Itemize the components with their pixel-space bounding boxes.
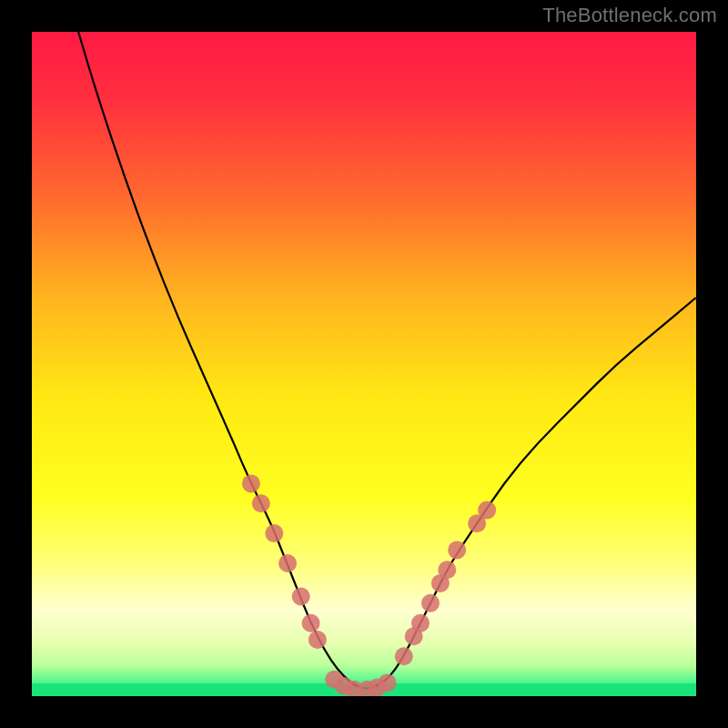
chart-frame: TheBottleneck.com <box>0 0 728 728</box>
curve-markers <box>242 474 496 696</box>
curve-marker <box>379 673 397 692</box>
plot-area <box>32 32 696 696</box>
curve-marker <box>448 541 466 559</box>
curve-marker <box>395 647 413 665</box>
curve-marker <box>478 501 496 520</box>
curve-marker <box>265 524 283 542</box>
curve-marker <box>252 494 270 512</box>
curve-marker <box>421 594 440 612</box>
watermark-text: TheBottleneck.com <box>542 4 717 27</box>
curve-marker <box>242 474 260 492</box>
curve-marker <box>278 554 297 572</box>
curve-marker <box>438 561 456 579</box>
chart-svg <box>32 32 696 696</box>
bottleneck-curve <box>78 32 696 688</box>
curve-marker <box>292 588 310 606</box>
curve-marker <box>411 614 430 632</box>
curve-marker <box>308 631 327 649</box>
curve-marker <box>302 614 320 632</box>
